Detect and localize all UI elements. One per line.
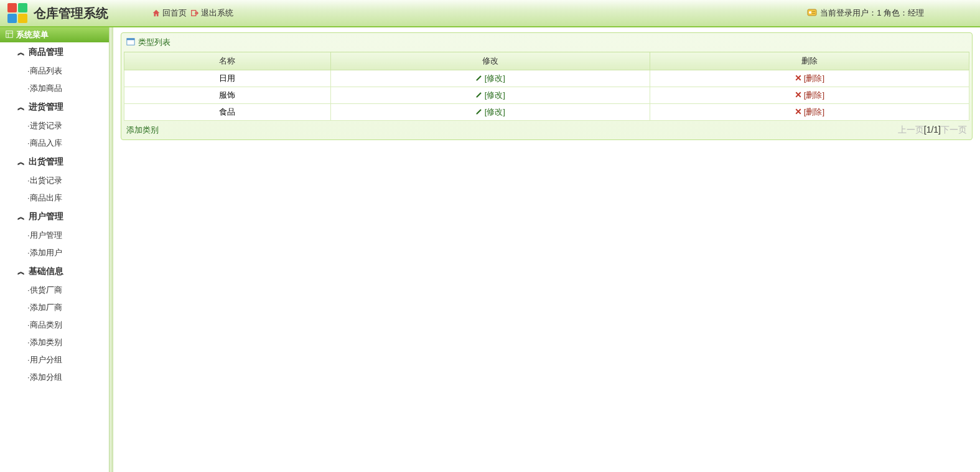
menu-group-1[interactable]: ︽进货管理 [0, 97, 109, 117]
chevron-icon: ︽ [17, 212, 25, 222]
type-list-panel: 类型列表 名称 修改 删除 日用[修改][删除]服饰[修改][删除]食品[修改]… [121, 32, 973, 140]
pager-prev[interactable]: 上一页 [898, 125, 924, 135]
sidebar-title: 系统菜单 [16, 29, 49, 40]
pencil-icon [475, 108, 483, 117]
col-edit: 修改 [330, 52, 650, 70]
svg-rect-3 [812, 11, 815, 12]
menu-item-4-4[interactable]: ·用户分组 [0, 351, 109, 369]
user-info-text: 当前登录用户：1 角色：经理 [820, 7, 924, 19]
menu-group-label: 商品管理 [29, 47, 63, 58]
cell-edit: [修改] [330, 87, 650, 104]
table-row: 日用[修改][删除] [124, 70, 969, 87]
menu-icon [5, 30, 14, 40]
exit-label: 退出系统 [201, 7, 233, 19]
menu-group-3[interactable]: ︽用户管理 [0, 207, 109, 227]
menu-group-label: 出货管理 [29, 156, 63, 168]
x-icon [795, 108, 802, 117]
menu-group-label: 用户管理 [29, 211, 63, 222]
menu-item-2-1[interactable]: ·商品出库 [0, 189, 109, 207]
pencil-icon [475, 91, 483, 100]
sidebar-header: 系统菜单 [0, 27, 109, 42]
cell-name: 日用 [124, 70, 331, 87]
data-table: 名称 修改 删除 日用[修改][删除]服饰[修改][删除]食品[修改][删除] [124, 52, 969, 121]
edit-link[interactable]: [修改] [475, 73, 505, 84]
menu-item-0-0[interactable]: ·商品列表 [0, 62, 109, 80]
exit-icon [190, 9, 199, 17]
menu-item-4-5[interactable]: ·添加分组 [0, 369, 109, 386]
table-row: 食品[修改][删除] [124, 104, 969, 121]
menu-item-4-1[interactable]: ·添加厂商 [0, 299, 109, 316]
col-delete: 删除 [650, 52, 969, 70]
cell-delete: [删除] [650, 104, 969, 121]
col-name: 名称 [124, 52, 331, 70]
panel-title-text: 类型列表 [138, 37, 170, 48]
content-area: 类型列表 名称 修改 删除 日用[修改][删除]服饰[修改][删除]食品[修改]… [113, 27, 980, 472]
x-icon [795, 91, 802, 100]
cell-delete: [删除] [650, 70, 969, 87]
chevron-icon: ︽ [17, 102, 25, 113]
chevron-icon: ︽ [17, 157, 25, 168]
menu-item-4-0[interactable]: ·供货厂商 [0, 281, 109, 299]
x-icon [795, 74, 802, 83]
user-icon [807, 7, 817, 19]
pager-next[interactable]: 下一页 [941, 125, 967, 135]
delete-label: [删除] [804, 106, 824, 118]
sidebar: 系统菜单 ︽商品管理·商品列表·添加商品︽进货管理·进货记录·商品入库︽出货管理… [0, 27, 110, 472]
panel-title: 类型列表 [124, 35, 969, 52]
edit-label: [修改] [485, 90, 505, 101]
menu-group-2[interactable]: ︽出货管理 [0, 152, 109, 172]
pager-status: [1/1] [924, 125, 941, 135]
home-label: 回首页 [162, 7, 187, 19]
edit-link[interactable]: [修改] [475, 106, 505, 118]
pencil-icon [475, 74, 483, 83]
menu-group-0[interactable]: ︽商品管理 [0, 42, 109, 62]
delete-link[interactable]: [删除] [795, 106, 824, 118]
svg-rect-7 [127, 38, 134, 40]
menu-item-4-3[interactable]: ·添加类别 [0, 334, 109, 351]
menu-group-4[interactable]: ︽基础信息 [0, 262, 109, 281]
svg-point-2 [809, 11, 811, 14]
edit-label: [修改] [485, 73, 505, 84]
delete-label: [删除] [804, 90, 824, 101]
menu-item-1-0[interactable]: ·进货记录 [0, 117, 109, 135]
svg-rect-5 [6, 31, 13, 37]
cell-edit: [修改] [330, 104, 650, 121]
menu-item-4-2[interactable]: ·商品类别 [0, 316, 109, 334]
app-logo-icon [6, 2, 29, 24]
add-category-link[interactable]: 添加类别 [126, 125, 159, 136]
window-icon [126, 37, 135, 48]
cell-edit: [修改] [330, 70, 650, 87]
svg-rect-4 [812, 13, 815, 14]
top-actions: 回首页 退出系统 [152, 7, 233, 19]
table-row: 服饰[修改][删除] [124, 87, 969, 104]
edit-link[interactable]: [修改] [475, 90, 505, 101]
delete-label: [删除] [804, 73, 824, 84]
edit-label: [修改] [485, 106, 505, 118]
cell-name: 服饰 [124, 87, 331, 104]
user-info: 当前登录用户：1 角色：经理 [807, 7, 924, 19]
exit-link[interactable]: 退出系统 [190, 7, 233, 19]
cell-name: 食品 [124, 104, 331, 121]
top-bar: 仓库管理系统 回首页 退出系统 当前登录用户：1 角色：经理 [0, 0, 980, 27]
pager: 上一页[1/1]下一页 [898, 125, 967, 136]
menu-item-2-0[interactable]: ·出货记录 [0, 172, 109, 189]
home-link[interactable]: 回首页 [152, 7, 187, 19]
menu-item-0-1[interactable]: ·添加商品 [0, 80, 109, 97]
cell-delete: [删除] [650, 87, 969, 104]
menu-group-label: 进货管理 [29, 101, 63, 113]
menu-item-3-1[interactable]: ·添加用户 [0, 244, 109, 262]
home-icon [152, 9, 161, 17]
menu-group-label: 基础信息 [29, 266, 63, 277]
delete-link[interactable]: [删除] [795, 73, 824, 84]
menu-item-1-1[interactable]: ·商品入库 [0, 135, 109, 152]
delete-link[interactable]: [删除] [795, 90, 824, 101]
panel-footer: 添加类别 上一页[1/1]下一页 [124, 121, 969, 137]
chevron-icon: ︽ [17, 47, 25, 58]
menu-item-3-0[interactable]: ·用户管理 [0, 227, 109, 244]
chevron-icon: ︽ [17, 267, 25, 277]
app-title: 仓库管理系统 [34, 5, 108, 22]
